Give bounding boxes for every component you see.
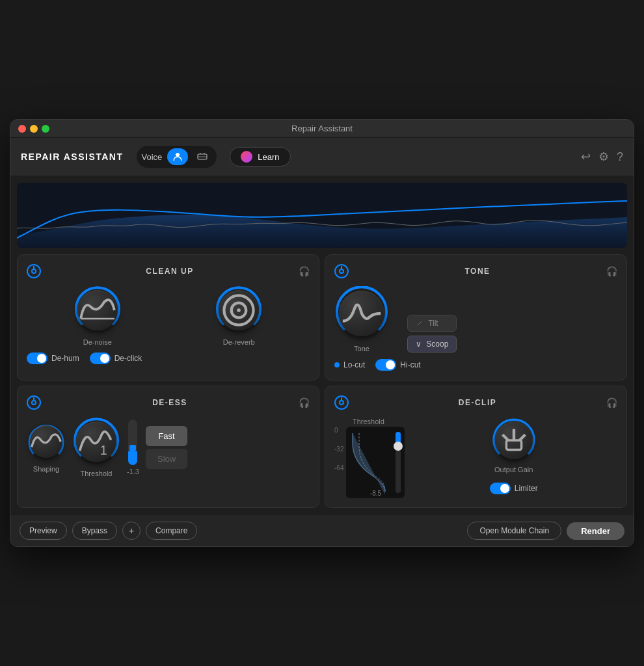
deess-panel: DE-ESS 🎧 [17, 386, 319, 508]
tone-panel: TONE 🎧 [325, 254, 627, 380]
dereverb-knob[interactable] [215, 286, 263, 334]
open-module-chain-button[interactable]: Open Module Chain [467, 522, 561, 540]
dehum-toggle-item: De-hum [27, 353, 79, 364]
cleanup-toggles: De-hum De-click [27, 353, 310, 364]
cleanup-header: CLEAN UP 🎧 [27, 264, 310, 278]
slow-button[interactable]: Slow [146, 449, 187, 469]
tone-knob[interactable] [334, 286, 389, 341]
declick-toggle-item: De-click [90, 353, 142, 364]
scoop-icon: ∨ [416, 340, 422, 349]
declip-val-neg64: -64 [334, 464, 343, 472]
app-footer: Preview Bypass + Compare Open Module Cha… [10, 514, 634, 546]
voice-icon-button[interactable] [167, 148, 188, 165]
voice-label: Voice [142, 152, 163, 162]
settings-icon[interactable]: ⚙ [598, 150, 609, 164]
app-title: REPAIR ASSISTANT [21, 152, 124, 162]
limiter-label: Limiter [515, 484, 538, 493]
deess-threshold-label: Threshold [81, 470, 113, 477]
app-header: REPAIR ASSISTANT Voice Learn [10, 138, 634, 176]
tilt-button[interactable]: ⟋ Tilt [407, 315, 457, 332]
denoise-label: De-noise [83, 338, 112, 346]
cleanup-panel: CLEAN UP 🎧 [17, 254, 319, 380]
declick-toggle[interactable] [90, 353, 111, 364]
tone-knob-body [339, 291, 384, 336]
deess-power-button[interactable] [27, 395, 41, 410]
denoise-knob-container: De-noise [74, 286, 122, 346]
output-gain-area: Output Gain [491, 418, 537, 473]
hicut-toggle-item: Hi-cut [375, 359, 420, 371]
help-icon[interactable]: ? [617, 150, 623, 164]
instrument-icon-button[interactable] [193, 148, 211, 165]
declip-title: DE-CLIP [349, 398, 606, 407]
compare-button[interactable]: Compare [146, 522, 197, 540]
locut-toggle-item: Lo-cut [334, 360, 365, 369]
titlebar: Repair Assistant [10, 120, 634, 138]
declip-val-neg32: -32 [334, 446, 343, 453]
declip-power-icon [339, 400, 344, 405]
declip-val-0: 0 [334, 427, 343, 434]
tone-title: TONE [349, 267, 606, 276]
render-button[interactable]: Render [567, 522, 624, 540]
dereverb-label: De-reverb [223, 338, 255, 346]
declip-ear-icon[interactable]: 🎧 [606, 397, 617, 408]
dereverb-knob-body [219, 290, 259, 330]
deess-power-icon [31, 400, 36, 405]
cleanup-knobs: De-noise [27, 286, 310, 346]
learn-button[interactable]: Learn [230, 147, 290, 166]
svg-point-11 [237, 308, 241, 312]
output-gain-knob-body [495, 421, 533, 459]
bypass-button[interactable]: Bypass [72, 522, 117, 540]
threshold-visualization: -8.5 [346, 427, 405, 498]
locut-label: Lo-cut [343, 360, 365, 369]
denoise-knob[interactable] [74, 286, 122, 334]
tone-ear-icon[interactable]: 🎧 [606, 266, 617, 276]
undo-icon[interactable]: ↩ [581, 150, 591, 164]
fast-button[interactable]: Fast [146, 426, 187, 446]
slider-thumb[interactable] [129, 445, 136, 451]
deess-threshold-knob[interactable]: 1 [72, 418, 120, 466]
fullscreen-button[interactable] [42, 125, 49, 133]
shaping-knob-container: Shaping [27, 422, 66, 473]
preview-button[interactable]: Preview [20, 522, 67, 540]
deess-ear-icon[interactable]: 🎧 [299, 397, 310, 408]
dehum-toggle[interactable] [27, 353, 47, 364]
declip-header: DE-CLIP 🎧 [334, 395, 617, 410]
limiter-toggle-item: Limiter [490, 483, 538, 494]
close-button[interactable] [18, 125, 26, 133]
window-title: Repair Assistant [291, 124, 353, 133]
tilt-icon: ⟋ [416, 319, 423, 328]
hicut-label: Hi-cut [400, 360, 420, 369]
plus-button[interactable]: + [122, 522, 141, 540]
declip-power-button[interactable] [334, 395, 349, 410]
shaping-knob[interactable] [27, 422, 66, 461]
declip-threshold-label: Threshold [353, 418, 384, 425]
main-window: Repair Assistant REPAIR ASSISTANT Voice [10, 119, 634, 547]
deess-title: DE-ESS [41, 398, 299, 407]
cleanup-ear-icon[interactable]: 🎧 [299, 266, 310, 276]
cleanup-title: CLEAN UP [41, 267, 299, 276]
svg-point-0 [176, 153, 180, 157]
locut-dot [334, 362, 340, 367]
output-gain-knob[interactable] [491, 418, 537, 463]
declip-slider-thumb[interactable] [394, 442, 403, 451]
svg-rect-20 [506, 440, 521, 450]
declick-label: De-click [114, 354, 142, 363]
scoop-button[interactable]: ∨ Scoop [407, 336, 457, 353]
tone-power-icon [339, 269, 344, 274]
waveform-display [17, 183, 627, 248]
deess-threshold-knob-container: 1 Threshold [72, 418, 120, 477]
tone-power-button[interactable] [334, 264, 349, 278]
minimize-button[interactable] [30, 125, 38, 133]
panels-grid: CLEAN UP 🎧 [10, 254, 634, 514]
tone-controls: Tone ⟋ Tilt ∨ Scoop [334, 286, 617, 353]
dehum-label: De-hum [51, 354, 79, 363]
tone-header: TONE 🎧 [334, 264, 617, 278]
shaping-label: Shaping [33, 465, 59, 473]
declip-controls: Threshold 0 -32 -64 [334, 418, 617, 498]
limiter-toggle[interactable] [490, 483, 511, 494]
hicut-toggle[interactable] [375, 359, 396, 371]
learn-label: Learn [258, 152, 279, 162]
deess-vertical-slider[interactable] [128, 420, 137, 465]
deess-threshold-body: 1 [76, 421, 116, 462]
cleanup-power-button[interactable] [27, 264, 41, 278]
